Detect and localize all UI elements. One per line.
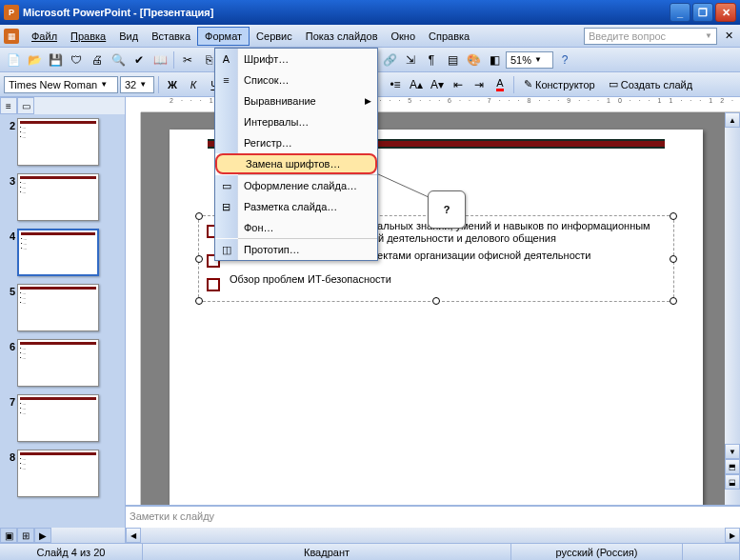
thumbnail-4[interactable]: 4▪ ...▪ ...▪ ...: [4, 229, 121, 276]
color-icon[interactable]: 🎨: [464, 50, 483, 70]
menu-item-font[interactable]: AШрифт…: [215, 49, 377, 70]
font-color-icon[interactable]: A: [490, 75, 510, 94]
menu-window[interactable]: Окно: [385, 28, 423, 45]
permission-icon[interactable]: 🛡: [67, 50, 86, 70]
menu-item-design[interactable]: ▭Оформление слайда…: [215, 175, 377, 196]
help-search[interactable]: Введите вопрос ▼: [584, 28, 717, 45]
hyperlink-icon[interactable]: 🔗: [380, 50, 399, 70]
cut-icon[interactable]: ✂: [178, 50, 197, 70]
research-icon[interactable]: 📖: [150, 50, 170, 70]
scroll-right-icon[interactable]: ▶: [725, 528, 740, 543]
scroll-down-icon[interactable]: ▼: [725, 444, 740, 459]
print-icon[interactable]: 🖨: [88, 50, 107, 70]
maximize-button[interactable]: ❐: [692, 3, 713, 22]
next-slide-icon[interactable]: ⬓: [725, 474, 740, 490]
menu-item-bullets[interactable]: ≡Список…: [215, 70, 377, 90]
bullet-item: Обзор проблем ИТ-безопасности: [207, 273, 666, 291]
menu-item-align[interactable]: Выравнивание▶: [215, 90, 377, 111]
increase-font-icon[interactable]: A▴: [407, 75, 426, 94]
menu-file[interactable]: Файл: [25, 28, 64, 45]
menu-item-layout[interactable]: ⊟Разметка слайда…: [215, 196, 377, 217]
vertical-ruler[interactable]: [126, 112, 141, 505]
statusbar: Слайд 4 из 20 Квадрант русский (Россия): [0, 543, 740, 560]
normal-view-button[interactable]: ▣: [0, 528, 17, 543]
window-title: Microsoft PowerPoint - [Презентация]: [23, 7, 670, 18]
close-button[interactable]: ✕: [715, 3, 736, 22]
menu-insert[interactable]: Вставка: [145, 28, 197, 45]
notes-pane[interactable]: Заметки к слайду: [126, 505, 740, 528]
new-icon[interactable]: 📄: [4, 50, 23, 70]
font-icon: A: [215, 49, 238, 70]
menu-edit[interactable]: Правка: [64, 28, 112, 45]
thumbnail-pane: ≡ ▭ 2▪ ...▪ ...▪ ...3▪ ...▪ ...▪ ...4▪ .…: [0, 97, 126, 543]
vertical-scrollbar[interactable]: ▲ ▼ ⬒ ⬓: [725, 112, 740, 505]
slides-tab[interactable]: ▭: [17, 97, 34, 114]
callout-help: ?: [428, 190, 466, 229]
designer-label: Конструктор: [535, 79, 595, 90]
menu-slideshow[interactable]: Показ слайдов: [299, 28, 385, 45]
thumbnail-8[interactable]: 8▪ ...▪ ...▪ ...: [4, 450, 121, 497]
horizontal-scrollbar[interactable]: ◀ ▶: [126, 528, 740, 543]
thumbnail-6[interactable]: 6▪ ...▪ ...▪ ...: [4, 339, 121, 387]
zoom-combo[interactable]: 51% ▼: [506, 51, 553, 69]
bullets-icon[interactable]: •≡: [386, 75, 405, 94]
chevron-down-icon[interactable]: ▼: [100, 80, 108, 89]
menubar: ▦ Файл Правка Вид Вставка Формат Сервис …: [0, 25, 740, 48]
show-formatting-icon[interactable]: ¶: [422, 50, 441, 70]
status-lang[interactable]: русский (Россия): [511, 544, 683, 560]
format-menu-dropdown: AШрифт… ≡Список… Выравнивание▶ Интервалы…: [214, 48, 378, 261]
chevron-down-icon[interactable]: ▼: [534, 55, 542, 64]
increase-indent-icon[interactable]: ⇥: [470, 75, 489, 94]
design-icon: ✎: [524, 78, 532, 90]
scroll-up-icon[interactable]: ▲: [725, 112, 740, 128]
doc-close-button[interactable]: ✕: [721, 29, 736, 44]
new-slide-label: Создать слайд: [621, 79, 692, 90]
fontsize-combo[interactable]: 32 ▼: [120, 76, 154, 93]
designer-button[interactable]: ✎ Конструктор: [518, 75, 601, 94]
slideshow-view-button[interactable]: ▶: [34, 528, 51, 543]
open-icon[interactable]: 📂: [25, 50, 44, 70]
doc-icon[interactable]: ▦: [4, 29, 19, 44]
preview-icon[interactable]: 🔍: [109, 50, 128, 70]
decrease-indent-icon[interactable]: ⇤: [449, 75, 468, 94]
menu-item-case[interactable]: Регистр…: [215, 132, 377, 153]
chevron-down-icon[interactable]: ▼: [139, 80, 147, 89]
spell-icon[interactable]: ✔: [130, 50, 149, 70]
outline-tab[interactable]: ≡: [0, 97, 17, 114]
help-icon[interactable]: ?: [555, 50, 574, 70]
menu-item-spacing[interactable]: Интервалы…: [215, 111, 377, 132]
thumbnail-7[interactable]: 7▪ ...▪ ...▪ ...: [4, 394, 121, 442]
expand-icon[interactable]: ⇲: [401, 50, 420, 70]
chevron-right-icon: ▶: [365, 96, 377, 106]
font-combo[interactable]: Times New Roman ▼: [4, 76, 118, 93]
menu-item-prototype[interactable]: ◫Прототип…: [215, 239, 377, 260]
italic-icon[interactable]: К: [184, 75, 203, 94]
save-icon[interactable]: 💾: [46, 50, 65, 70]
font-value: Times New Roman: [9, 79, 97, 90]
decrease-font-icon[interactable]: A▾: [428, 75, 447, 94]
grid-icon[interactable]: ▤: [443, 50, 462, 70]
help-placeholder: Введите вопрос: [589, 30, 666, 42]
menu-tools[interactable]: Сервис: [250, 28, 299, 45]
menu-view[interactable]: Вид: [112, 28, 145, 45]
minimize-button[interactable]: _: [670, 3, 690, 22]
thumbnail-3[interactable]: 3▪ ...▪ ...▪ ...: [4, 173, 121, 221]
zoom-value: 51%: [510, 54, 531, 66]
new-slide-button[interactable]: ▭ Создать слайд: [603, 75, 698, 94]
thumbnail-2[interactable]: 2▪ ...▪ ...▪ ...: [4, 118, 121, 166]
sorter-view-button[interactable]: ⊞: [17, 528, 34, 543]
menu-item-replace-fonts[interactable]: Замена шрифтов…: [215, 153, 377, 174]
menu-format[interactable]: Формат: [197, 27, 250, 46]
prev-slide-icon[interactable]: ⬒: [725, 459, 740, 474]
menu-help[interactable]: Справка: [422, 28, 476, 45]
list-icon: ≡: [215, 70, 238, 90]
scroll-left-icon[interactable]: ◀: [126, 528, 141, 543]
status-slide: Слайд 4 из 20: [0, 544, 143, 560]
bold-icon[interactable]: Ж: [163, 75, 182, 94]
design-icon: ▭: [215, 175, 238, 196]
status-template: Квадрант: [143, 544, 511, 560]
chevron-down-icon[interactable]: ▼: [705, 31, 712, 40]
thumbnail-5[interactable]: 5▪ ...▪ ...▪ ...: [4, 284, 121, 331]
menu-item-background[interactable]: Фон…: [215, 217, 377, 238]
grayscale-icon[interactable]: ◧: [485, 50, 504, 70]
